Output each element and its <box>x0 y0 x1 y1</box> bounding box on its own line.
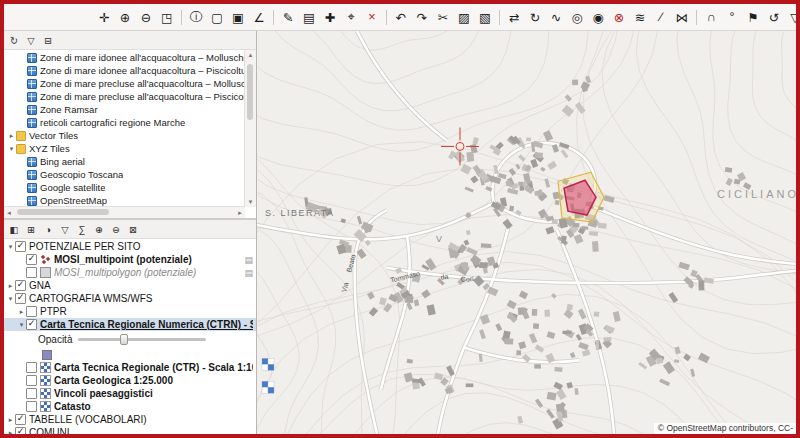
collapse-all-icon[interactable]: ⊟ <box>40 33 56 48</box>
layer-item[interactable]: MOSI_multipoint (potenziale)▤ <box>4 253 256 266</box>
layer-checkbox[interactable] <box>26 375 37 386</box>
delete-selected-icon[interactable]: × <box>362 7 382 27</box>
layer-checkbox[interactable] <box>15 293 26 304</box>
layer-checkbox[interactable] <box>26 388 37 399</box>
save-edits-icon[interactable]: ▤ <box>299 7 319 27</box>
browser-item[interactable]: ▾XYZ Tiles <box>4 142 245 155</box>
layer-item[interactable]: Carta Geologica 1:25.000 <box>4 374 256 387</box>
layer-checkbox[interactable] <box>26 319 37 330</box>
layer-item[interactable]: Catasto <box>4 400 256 413</box>
browser-item[interactable]: ▸Vector Tiles <box>4 129 245 142</box>
layer-checkbox[interactable] <box>15 414 26 425</box>
browser-item[interactable]: reticoli cartografici regione Marche <box>4 116 245 129</box>
map-canvas[interactable]: S. LIBERATACICILIANOVViaBeatoTommasodaCo… <box>257 31 796 434</box>
redo-icon[interactable]: ↷ <box>412 7 432 27</box>
browser-item[interactable]: Zone di mare idonee all'acquacoltura – M… <box>4 51 245 64</box>
filter-by-expression-icon[interactable]: ∑ <box>74 222 90 237</box>
manage-map-themes-icon[interactable]: ◑ <box>40 222 56 237</box>
remove-layer-icon[interactable]: ⊠ <box>125 222 141 237</box>
fill-ring-icon[interactable]: ⊗ <box>609 7 629 27</box>
expander-icon[interactable]: ▾ <box>6 243 15 251</box>
layer-item[interactable]: ▸GNA <box>4 279 256 292</box>
select-features-icon[interactable]: ▢ <box>207 7 227 27</box>
layer-checkbox[interactable] <box>15 280 26 291</box>
browser-item[interactable]: Bing aerial <box>4 155 245 168</box>
add-group-icon[interactable]: ⊞ <box>23 222 39 237</box>
filter-browser-icon[interactable]: ▽ <box>23 33 39 48</box>
merge-features-icon[interactable]: ⋈ <box>672 7 692 27</box>
opacity-slider[interactable] <box>78 333 206 346</box>
new-bookmark-icon[interactable]: ⚑ <box>743 7 763 27</box>
zoom-out-icon[interactable]: ⊖ <box>136 7 156 27</box>
expander-icon[interactable]: ▾ <box>6 295 15 303</box>
layer-checkbox[interactable] <box>26 267 37 278</box>
pan-map-icon[interactable]: ✛ <box>94 7 114 27</box>
paste-features-icon[interactable]: ▧ <box>475 7 495 27</box>
layer-checkbox[interactable] <box>26 362 37 373</box>
layer-item[interactable]: Carta Tecnica Regionale (CTR) - Scala 1:… <box>4 361 256 374</box>
browser-item[interactable]: Zone di mare idonee all'acquacoltura – P… <box>4 64 245 77</box>
add-ring-icon[interactable]: ◎ <box>567 7 587 27</box>
identify-features-icon[interactable]: ⓘ <box>186 7 206 27</box>
add-polygon-feature-icon[interactable]: ✚ <box>320 7 340 27</box>
browser-horizontal-scrollbar[interactable]: ◄ ► <box>4 206 245 218</box>
opacity-slider-handle[interactable] <box>120 334 128 345</box>
deselect-features-icon[interactable]: ▣ <box>228 7 248 27</box>
expander-icon[interactable]: ▾ <box>17 321 26 329</box>
copy-features-icon[interactable]: ▨ <box>454 7 474 27</box>
browser-vertical-scrollbar[interactable]: ▲ ▼ <box>244 50 256 207</box>
measure-angle-icon[interactable]: ° <box>722 7 742 27</box>
snapping-options-icon[interactable]: ∩ <box>701 7 721 27</box>
map-tips-icon[interactable]: ▽ <box>785 7 796 27</box>
layer-item[interactable]: ▸COMUNI <box>4 426 256 434</box>
rotate-feature-icon[interactable]: ↻ <box>525 7 545 27</box>
scroll-up-icon[interactable]: ▲ <box>245 50 256 60</box>
vertex-tool-icon[interactable]: ⌖ <box>341 7 361 27</box>
layer-checkbox[interactable] <box>26 306 37 317</box>
scroll-right-icon[interactable]: ► <box>235 207 245 218</box>
simplify-feature-icon[interactable]: ∿ <box>546 7 566 27</box>
expander-icon[interactable]: ▸ <box>6 282 15 290</box>
measure-line-icon[interactable]: ∠ <box>249 7 269 27</box>
layer-item[interactable]: ▾POTENZIALE PER SITO <box>4 240 256 253</box>
browser-item[interactable]: Geoscopio Toscana <box>4 168 245 181</box>
scroll-down-icon[interactable]: ▼ <box>245 197 256 207</box>
layer-item[interactable]: Vincoli paesaggistici <box>4 387 256 400</box>
expander-icon[interactable]: ▾ <box>7 145 16 153</box>
collapse-all-layers-icon[interactable]: ⊖ <box>108 222 124 237</box>
vertical-scroll-thumb[interactable] <box>247 64 253 120</box>
refresh-browser-icon[interactable]: ↻ <box>6 33 22 48</box>
horizontal-scroll-thumb[interactable] <box>17 209 109 215</box>
layer-checkbox[interactable] <box>15 427 26 434</box>
offset-curve-icon[interactable]: ≋ <box>630 7 650 27</box>
add-part-icon[interactable]: ◉ <box>588 7 608 27</box>
split-features-icon[interactable]: ∕ <box>651 7 671 27</box>
layer-item[interactable]: ▾CARTOGRAFIA WMS/WFS <box>4 292 256 305</box>
open-layer-styling-icon[interactable]: ◧ <box>6 222 22 237</box>
filter-legend-icon[interactable]: ▽ <box>57 222 73 237</box>
browser-item[interactable]: Zone di mare precluse all'acquacoltura –… <box>4 90 245 103</box>
cut-features-icon[interactable]: ✂ <box>433 7 453 27</box>
layer-checkbox[interactable] <box>26 401 37 412</box>
expander-icon[interactable]: ▸ <box>6 429 15 435</box>
browser-item[interactable]: Zone di mare precluse all'acquacoltura –… <box>4 77 245 90</box>
expander-icon[interactable]: ▸ <box>7 132 16 140</box>
expander-icon[interactable]: ▸ <box>17 308 26 316</box>
move-feature-icon[interactable]: ⇄ <box>504 7 524 27</box>
browser-item[interactable]: Google satellite <box>4 181 245 194</box>
layer-item[interactable]: ▸TABELLE (VOCABOLARI) <box>4 413 256 426</box>
browser-item[interactable]: Zone Ramsar <box>4 103 245 116</box>
zoom-in-icon[interactable]: ⊕ <box>115 7 135 27</box>
layer-item[interactable]: ▾Carta Tecnica Regionale Numerica (CTRN)… <box>4 318 256 331</box>
layer-item[interactable]: MOSI_multipolygon (potenziale)▤ <box>4 266 256 279</box>
expand-all-icon[interactable]: ⊕ <box>91 222 107 237</box>
zoom-full-icon[interactable]: ◳ <box>157 7 177 27</box>
layer-checkbox[interactable] <box>15 241 26 252</box>
expander-icon[interactable]: ▸ <box>6 416 15 424</box>
toggle-editing-icon[interactable]: ✎ <box>278 7 298 27</box>
scroll-left-icon[interactable]: ◄ <box>4 207 14 218</box>
layer-item[interactable]: ▸PTPR <box>4 305 256 318</box>
undo-icon[interactable]: ↶ <box>391 7 411 27</box>
layer-checkbox[interactable] <box>26 254 37 265</box>
refresh-map-icon[interactable]: ↺ <box>764 7 784 27</box>
